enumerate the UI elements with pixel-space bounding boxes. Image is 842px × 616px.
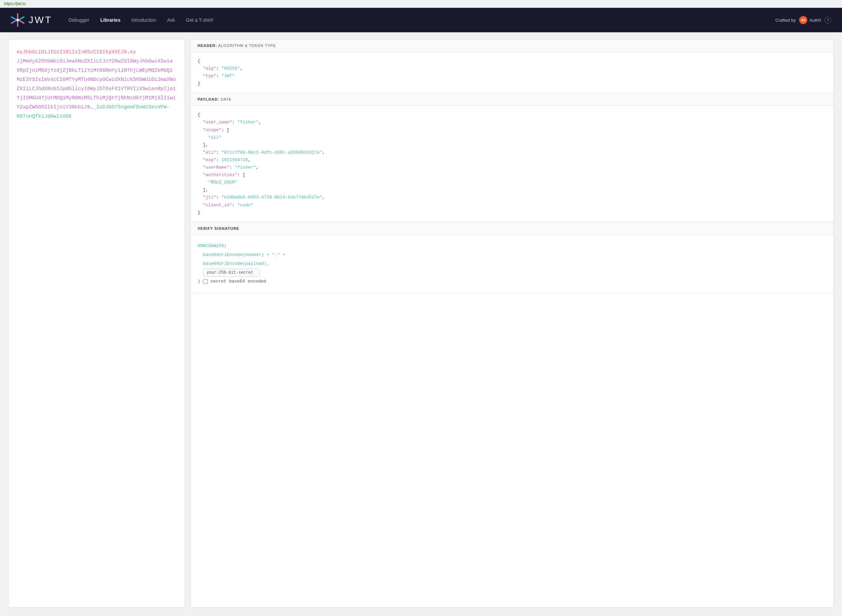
- nav-libraries[interactable]: Libraries: [100, 17, 120, 23]
- payload-jti-val: "b290e8b5-0453-4739-8b24-b3a77db3527e": [222, 195, 322, 200]
- header-alg-key: "alg": [203, 66, 216, 71]
- token-dot1: .: [127, 49, 130, 55]
- verify-section-header: VERIFY SIGNATURE: [191, 222, 833, 235]
- verify-secret-row: [198, 268, 827, 277]
- payload-exp-val: 1621584728: [222, 157, 248, 163]
- payload-username2-val: "fisher": [235, 165, 256, 170]
- payload-scope-val: "all": [208, 135, 222, 140]
- token-display[interactable]: eyJhbGciOiJIUzI1NiIsInR5cCI6IkpXVCJ9.ey …: [17, 48, 176, 121]
- payload-open-brace: {: [198, 112, 200, 117]
- payload-username-key: "user_name": [203, 120, 232, 125]
- svg-point-6: [16, 19, 19, 21]
- auth0-logo: A0 Auth0: [799, 16, 821, 24]
- navbar: JWT Debugger Libraries Introduction Ask …: [0, 8, 842, 32]
- header-open-brace: {: [198, 59, 200, 63]
- header-typ-key: "typ": [203, 73, 216, 79]
- verify-encode-header: base64UrlEncode(header) + "." +: [198, 252, 285, 257]
- browser-url: https://jwt.io: [4, 1, 25, 6]
- payload-ati-key: "ati": [203, 150, 216, 155]
- logo-text: JWT: [29, 15, 52, 25]
- header-label: HEADER:: [198, 44, 217, 48]
- auth0-badge-icon: A0: [799, 16, 807, 24]
- nav-right: Crafted by A0 Auth0 ?: [775, 16, 831, 24]
- token-panel: eyJhbGciOiJIUzI1NiIsInR5cCI6IkpXVCJ9.ey …: [8, 39, 185, 607]
- payload-authorities-val: "ROLE_USER": [208, 180, 238, 185]
- payload-username-val: "fisher": [238, 120, 258, 125]
- help-icon[interactable]: ?: [824, 17, 831, 23]
- decoder-panel: HEADER: ALGORITHM & TOKEN TYPE { "alg": …: [191, 39, 834, 607]
- svg-line-5: [20, 17, 24, 19]
- header-close-brace: }: [198, 81, 200, 86]
- header-alg-val: "HS256": [222, 66, 240, 71]
- nav-links: Debugger Libraries Introduction Ask Get …: [69, 17, 776, 23]
- verify-encode-payload: base64UrlEncode(payload),: [198, 261, 269, 266]
- payload-close-brace: }: [198, 210, 200, 215]
- token-part1b: ey: [130, 49, 136, 55]
- header-section-body: { "alg": "HS256", "typ": "JWT" }: [191, 52, 833, 93]
- nav-introduction[interactable]: Introduction: [131, 17, 156, 23]
- verify-checkbox-row: ) secret base64 encoded: [198, 277, 827, 286]
- secret-input[interactable]: [203, 268, 260, 277]
- token-part2f: Y2xpZW50X2lkIjoiY3NkbiJ9: [17, 104, 90, 110]
- token-part1: eyJhbGciOiJIUzI1NiIsInR5cCI6IkpXVCJ9: [17, 49, 127, 55]
- payload-scope-close: ],: [203, 142, 208, 148]
- svg-line-2: [12, 17, 16, 19]
- nav-tshirt[interactable]: Get a T-shirt!: [186, 17, 214, 23]
- svg-line-3: [20, 21, 24, 23]
- verify-closing: ): [198, 277, 200, 286]
- token-part2d: ZXIiLCJhdXRob3JpdGllcyI6WyJST0xFX1VTRVIi…: [17, 86, 176, 92]
- token-part3a: _IuDJbO75ngemFDvWzSevVFW-: [93, 104, 170, 110]
- verify-section-body: HMACSHA256( base64UrlEncode(header) + ".…: [191, 235, 833, 293]
- payload-authorities-close: ],: [203, 187, 208, 192]
- token-part2a: JjMmVyX25hbWUiOiJmaXNoZXIiLCJzY29wZSI6Wy…: [17, 59, 173, 64]
- token-part2c: MzE3YSIsImV4cCI6MTYyMTU4NDcyOCwidXNlck5h…: [17, 77, 176, 83]
- payload-ati-val: "07cc7f0d-9bc3-4dfc-b58c-a206d0d3317a": [222, 150, 322, 155]
- verify-section: VERIFY SIGNATURE HMACSHA256( base64UrlEn…: [191, 222, 833, 293]
- verify-line3: base64UrlEncode(payload),: [198, 260, 827, 268]
- nav-ask[interactable]: Ask: [167, 17, 175, 23]
- header-sublabel: ALGORITHM & TOKEN TYPE: [218, 44, 276, 48]
- token-part2e: YjI5MGU4YjUtMDQ1My00NzM5LThiMjQtYjNhNzdk…: [17, 95, 176, 101]
- payload-label: PAYLOAD:: [198, 97, 219, 101]
- jwt-logo-icon: [11, 13, 25, 27]
- payload-sublabel: DATA: [221, 97, 232, 101]
- verify-line2: base64UrlEncode(header) + "." +: [198, 251, 827, 260]
- checkbox-label: secret base64 encoded: [210, 277, 266, 286]
- payload-authorities-key: "authorities": [203, 172, 238, 177]
- crafted-by-label: Crafted by: [775, 18, 796, 23]
- header-typ-val: "JWT": [222, 73, 235, 79]
- payload-section-body: { "user_name": "fisher", "scope": [ "all…: [191, 106, 833, 221]
- svg-line-4: [12, 21, 16, 23]
- payload-exp-key: "exp": [203, 157, 216, 163]
- logo-area: JWT: [11, 13, 52, 27]
- payload-jti-key: "jti": [203, 195, 216, 200]
- token-dot2: .: [90, 104, 93, 110]
- token-part3b: N6TunQfkiJdAwlsS0k: [17, 114, 72, 119]
- payload-clientid-val: "csdn": [238, 202, 253, 208]
- token-part2b: XRpIjoiMDdjYzdjZjBkLTliYzMtNGRmYy1iNThjL…: [17, 67, 173, 73]
- auth0-label: Auth0: [809, 18, 821, 23]
- verify-hmac-line: HMACSHA256(: [198, 242, 827, 251]
- header-section: HEADER: ALGORITHM & TOKEN TYPE { "alg": …: [191, 40, 833, 93]
- payload-scope-key: "scope": [203, 128, 222, 133]
- nav-debugger[interactable]: Debugger: [69, 17, 90, 23]
- base64-checkbox[interactable]: [203, 279, 208, 284]
- payload-clientid-key: "client_id": [203, 202, 232, 208]
- verify-label: VERIFY SIGNATURE: [198, 226, 239, 230]
- payload-section-header: PAYLOAD: DATA: [191, 93, 833, 106]
- browser-bar: https://jwt.io: [0, 0, 842, 8]
- payload-username2-key: "userName": [203, 165, 230, 170]
- payload-section: PAYLOAD: DATA { "user_name": "fisher", "…: [191, 93, 833, 222]
- header-section-header: HEADER: ALGORITHM & TOKEN TYPE: [191, 40, 833, 52]
- hmac-func-label: HMACSHA256(: [198, 243, 227, 248]
- main-content: eyJhbGciOiJIUzI1NiIsInR5cCI6IkpXVCJ9.ey …: [0, 32, 842, 614]
